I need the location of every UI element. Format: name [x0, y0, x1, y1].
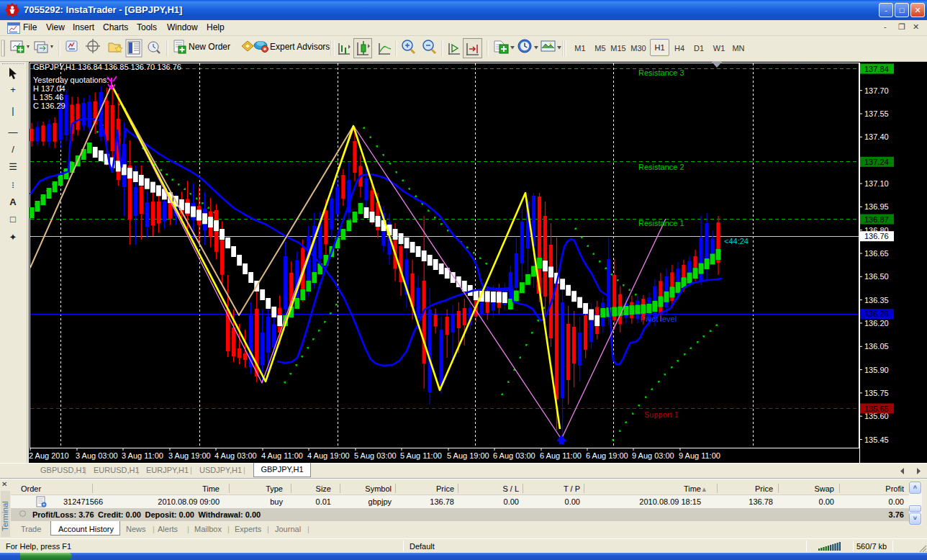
svg-text:136.87: 136.87: [864, 215, 889, 224]
svg-text:New Order: New Order: [189, 42, 230, 52]
svg-text:137.70: 137.70: [864, 86, 889, 95]
svg-text:135.90: 135.90: [864, 366, 889, 374]
svg-text:4 Aug 19:00: 4 Aug 19:00: [307, 451, 350, 460]
svg-text:136.76: 136.76: [864, 232, 889, 240]
svg-text:6 Aug 03:00: 6 Aug 03:00: [493, 451, 535, 460]
svg-text:137.40: 137.40: [864, 132, 889, 141]
svg-text:137.84: 137.84: [864, 65, 889, 73]
svg-text:Resistance 2: Resistance 2: [638, 163, 684, 171]
svg-text:5 Aug 03:00: 5 Aug 03:00: [354, 451, 397, 460]
svg-text:135.65: 135.65: [864, 405, 889, 413]
svg-text:6 Aug 11:00: 6 Aug 11:00: [540, 451, 582, 460]
svg-text:137.24: 137.24: [864, 158, 889, 166]
svg-text:135.75: 135.75: [864, 389, 889, 397]
svg-text:137.10: 137.10: [864, 179, 889, 188]
svg-text:Resistance 3: Resistance 3: [638, 68, 684, 77]
svg-text:Expert Advisors: Expert Advisors: [270, 42, 330, 52]
svg-text:5 Aug 19:00: 5 Aug 19:00: [447, 451, 489, 460]
svg-text:4 Aug 03:00: 4 Aug 03:00: [214, 451, 257, 460]
svg-text:5 Aug 11:00: 5 Aug 11:00: [400, 451, 442, 460]
svg-text:3 Aug 03:00: 3 Aug 03:00: [76, 451, 118, 460]
svg-text:137.55: 137.55: [864, 109, 889, 118]
svg-text:136.26: 136.26: [864, 310, 889, 318]
svg-text:9 Aug 03:00: 9 Aug 03:00: [632, 451, 674, 460]
svg-text:3 Aug 19:00: 3 Aug 19:00: [168, 451, 211, 460]
svg-text:136.50: 136.50: [864, 272, 889, 281]
svg-text:Yesterday quotations:: Yesterday quotations:: [33, 76, 109, 84]
svg-text:Pivot level: Pivot level: [641, 315, 677, 323]
svg-text:4 Aug 11:00: 4 Aug 11:00: [261, 451, 303, 460]
svg-text:136.65: 136.65: [864, 249, 889, 258]
svg-text:135.45: 135.45: [864, 435, 889, 444]
svg-text:H 137.04: H 137.04: [33, 84, 65, 93]
svg-text:9 Aug 11:00: 9 Aug 11:00: [679, 451, 720, 460]
svg-text:6 Aug 19:00: 6 Aug 19:00: [586, 451, 628, 460]
svg-text:136.05: 136.05: [864, 342, 889, 351]
svg-text:Resistance 1: Resistance 1: [638, 219, 684, 227]
svg-text:136.35: 136.35: [864, 296, 889, 304]
svg-text:136.20: 136.20: [864, 319, 889, 328]
svg-text:Support 1: Support 1: [644, 410, 679, 419]
svg-text:2 Aug 2010: 2 Aug 2010: [29, 451, 69, 460]
svg-text:<44:24: <44:24: [724, 237, 749, 245]
svg-text:C 136.29: C 136.29: [33, 101, 65, 110]
svg-text:GBPJPY,H1 136.84 136.85 136.7: GBPJPY,H1 136.84 136.85 136.70 136.76: [33, 63, 181, 71]
svg-text:136.95: 136.95: [864, 202, 889, 211]
svg-text:L 135.46: L 135.46: [33, 93, 63, 101]
svg-text:3 Aug 11:00: 3 Aug 11:00: [122, 451, 163, 460]
